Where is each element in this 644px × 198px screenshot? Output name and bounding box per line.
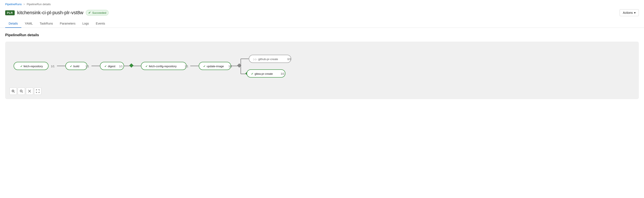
zoom-out-button[interactable] [18, 87, 25, 95]
breadcrumb-current: PipelineRun details [27, 2, 51, 6]
tab-parameters[interactable]: Parameters [56, 20, 79, 28]
zoom-controls [10, 87, 634, 95]
chevron-down-icon: ▾ [634, 11, 636, 14]
svg-text:1/1: 1/1 [51, 65, 54, 68]
svg-text:✔: ✔ [251, 72, 254, 75]
status-label: Succeeded [92, 11, 106, 14]
svg-text:gitea-pr-create: gitea-pr-create [254, 72, 273, 75]
tab-yaml[interactable]: YAML [21, 20, 36, 28]
svg-text:✔: ✔ [70, 65, 72, 68]
svg-text:3/3: 3/3 [281, 72, 284, 75]
svg-text:✔: ✔ [20, 65, 23, 68]
zoom-in-icon [12, 89, 15, 93]
breadcrumb: PipelineRuns > PipelineRun details [0, 0, 644, 7]
breadcrumb-parent-link[interactable]: PipelineRuns [5, 2, 22, 6]
tab-events[interactable]: Events [92, 20, 108, 28]
zoom-in-button[interactable] [10, 87, 17, 95]
svg-text:✔: ✔ [146, 65, 148, 68]
svg-text:0/3: 0/3 [287, 58, 291, 61]
svg-text:1/1: 1/1 [185, 65, 188, 68]
actions-button[interactable]: Actions ▾ [620, 9, 639, 16]
svg-text:1/1: 1/1 [86, 65, 89, 68]
tab-logs[interactable]: Logs [79, 20, 92, 28]
svg-text:fetch-config-repository: fetch-config-repository [149, 65, 177, 68]
reset-icon [28, 89, 31, 93]
svg-text:build: build [73, 65, 79, 68]
fullscreen-button[interactable] [34, 87, 42, 95]
zoom-out-icon [20, 89, 23, 93]
plr-badge: PLR [5, 10, 15, 15]
pipeline-svg-container: ✔ fetch-repository 1/1 ✔ build 1/1 ✔ dig… [10, 48, 634, 85]
actions-label: Actions [623, 11, 633, 14]
svg-text:1/1: 1/1 [228, 65, 232, 68]
tab-details[interactable]: Details [5, 20, 21, 28]
svg-text:✔: ✔ [104, 65, 107, 68]
svg-text:1/1: 1/1 [119, 65, 123, 68]
fullscreen-icon [36, 89, 40, 93]
page-title: kitchensink-ci-pl-push-plr-vst8w [17, 10, 84, 15]
svg-line-47 [22, 92, 23, 93]
svg-text:✔: ✔ [203, 65, 206, 68]
tab-taskruns[interactable]: TaskRuns [36, 20, 56, 28]
status-badge: ✔ Succeeded [86, 10, 108, 15]
svg-text:github-pr-create: github-pr-create [258, 57, 278, 61]
pipeline-canvas: ✔ fetch-repository 1/1 ✔ build 1/1 ✔ dig… [5, 42, 639, 99]
svg-text:fetch-repository: fetch-repository [24, 65, 43, 68]
check-icon: ✔ [88, 11, 91, 15]
main-content: PipelineRun details ✔ fetch-repository 1… [0, 28, 644, 104]
svg-text:update-image: update-image [207, 65, 224, 68]
svg-rect-15 [129, 63, 134, 68]
pipeline-diagram: ✔ fetch-repository 1/1 ✔ build 1/1 ✔ dig… [10, 50, 307, 85]
tab-bar: Details YAML TaskRuns Parameters Logs Ev… [0, 20, 644, 28]
breadcrumb-separator: > [24, 3, 25, 6]
svg-text:▷▷: ▷▷ [253, 58, 258, 61]
svg-text:digest: digest [108, 65, 116, 68]
page-header: PLR kitchensink-ci-pl-push-plr-vst8w ✔ S… [0, 7, 644, 20]
page-header-left: PLR kitchensink-ci-pl-push-plr-vst8w ✔ S… [5, 10, 108, 15]
svg-line-43 [14, 92, 15, 93]
reset-zoom-button[interactable] [26, 87, 33, 95]
section-title: PipelineRun details [5, 33, 639, 37]
